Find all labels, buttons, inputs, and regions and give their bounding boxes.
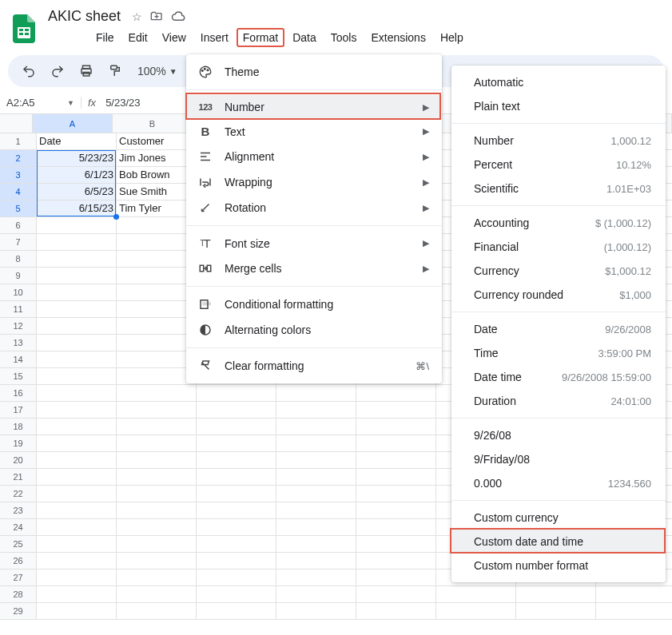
row-header-8[interactable]: 8	[0, 251, 37, 268]
undo-button[interactable]	[18, 60, 40, 82]
cell-D18[interactable]	[276, 419, 356, 435]
number-format-automatic[interactable]: Automatic	[451, 70, 666, 94]
cell-B10[interactable]	[117, 284, 197, 301]
number-format-plain-text[interactable]: Plain text	[451, 94, 666, 118]
cell-B19[interactable]	[117, 435, 197, 452]
number-format-accounting[interactable]: Accounting$ (1,000.12)	[451, 211, 666, 235]
cell-D24[interactable]	[276, 519, 356, 536]
row-header-27[interactable]: 27	[0, 570, 37, 586]
cell-E21[interactable]	[356, 469, 436, 486]
row-header-19[interactable]: 19	[0, 435, 37, 452]
number-format-custom-currency[interactable]: Custom currency	[451, 506, 666, 530]
row-header-20[interactable]: 20	[0, 452, 37, 469]
cell-E17[interactable]	[356, 402, 436, 419]
format-menu-wrapping[interactable]: Wrapping▶	[186, 169, 442, 195]
cell-B5[interactable]: Tim Tyler	[117, 200, 197, 217]
format-menu-number[interactable]: 123Number▶	[186, 95, 442, 119]
number-format-date-time[interactable]: Date time9/26/2008 15:59:00	[451, 365, 666, 389]
cell-E25[interactable]	[356, 536, 436, 553]
number-format-scientific[interactable]: Scientific1.01E+03	[451, 177, 666, 200]
cell-F29[interactable]	[436, 603, 516, 620]
name-box[interactable]: A2:A5 ▼	[0, 97, 82, 109]
document-title[interactable]: AKIC sheet	[45, 6, 124, 26]
cell-C21[interactable]	[197, 469, 276, 486]
cell-D22[interactable]	[276, 486, 356, 502]
menu-edit[interactable]: Edit	[122, 28, 154, 47]
cell-B28[interactable]	[117, 586, 197, 603]
cell-F28[interactable]	[436, 586, 516, 603]
menu-data[interactable]: Data	[286, 28, 323, 47]
menu-extensions[interactable]: Extensions	[364, 28, 431, 47]
cell-C29[interactable]	[197, 603, 276, 620]
cell-C23[interactable]	[197, 502, 276, 519]
column-header-B[interactable]: B	[113, 114, 193, 133]
cell-B20[interactable]	[117, 452, 197, 469]
cell-A18[interactable]	[37, 419, 117, 435]
sheets-logo[interactable]	[10, 14, 38, 43]
number-format-currency[interactable]: Currency$1,000.12	[451, 259, 666, 283]
format-menu-font-size[interactable]: TTFont size▶	[186, 231, 442, 256]
cell-D27[interactable]	[276, 570, 356, 586]
cell-G29[interactable]	[516, 603, 596, 620]
cell-B7[interactable]	[117, 234, 197, 251]
row-header-3[interactable]: 3	[0, 167, 37, 184]
row-header-9[interactable]: 9	[0, 268, 37, 284]
cell-A11[interactable]	[37, 301, 117, 318]
cell-D28[interactable]	[276, 586, 356, 603]
cell-B18[interactable]	[117, 419, 197, 435]
cell-A15[interactable]	[37, 368, 117, 385]
number-format-9-friday-08[interactable]: 9/Friday/08	[451, 447, 666, 471]
row-header-21[interactable]: 21	[0, 469, 37, 486]
cell-E18[interactable]	[356, 419, 436, 435]
row-header-15[interactable]: 15	[0, 368, 37, 385]
format-menu-conditional-formatting[interactable]: Conditional formatting	[186, 292, 442, 317]
cell-E22[interactable]	[356, 486, 436, 502]
cell-B12[interactable]	[117, 318, 197, 335]
cell-B27[interactable]	[117, 570, 197, 586]
number-format-time[interactable]: Time3:59:00 PM	[451, 341, 666, 365]
cell-E19[interactable]	[356, 435, 436, 452]
cell-A4[interactable]: 6/5/23	[37, 184, 117, 200]
cell-A5[interactable]: 6/15/23	[37, 200, 117, 217]
cell-A14[interactable]	[37, 351, 117, 368]
row-header-11[interactable]: 11	[0, 301, 37, 318]
number-format-currency-rounded[interactable]: Currency rounded$1,000	[451, 283, 666, 307]
cell-A6[interactable]	[37, 217, 117, 234]
formula-bar[interactable]: 5/23/23	[102, 97, 143, 109]
cell-B11[interactable]	[117, 301, 197, 318]
menu-help[interactable]: Help	[434, 28, 470, 47]
cell-B1[interactable]: Customer	[117, 133, 197, 150]
zoom-dropdown[interactable]: 100% ▼	[133, 65, 182, 77]
cell-C24[interactable]	[197, 519, 276, 536]
row-header-17[interactable]: 17	[0, 402, 37, 419]
format-menu-clear-formatting[interactable]: Clear formatting⌘\	[186, 353, 442, 379]
row-header-24[interactable]: 24	[0, 519, 37, 536]
row-header-28[interactable]: 28	[0, 586, 37, 603]
select-all-corner[interactable]	[0, 114, 33, 133]
cell-B3[interactable]: Bob Brown	[117, 167, 197, 184]
cell-D16[interactable]	[276, 385, 356, 402]
format-menu-alternating-colors[interactable]: Alternating colors	[186, 317, 442, 343]
cell-C27[interactable]	[197, 570, 276, 586]
cell-E29[interactable]	[356, 603, 436, 620]
cell-D26[interactable]	[276, 553, 356, 570]
cell-A9[interactable]	[37, 268, 117, 284]
menu-view[interactable]: View	[156, 28, 193, 47]
row-header-4[interactable]: 4	[0, 184, 37, 200]
row-header-18[interactable]: 18	[0, 419, 37, 435]
cell-C18[interactable]	[197, 419, 276, 435]
number-format-duration[interactable]: Duration24:01:00	[451, 389, 666, 413]
column-header-A[interactable]: A	[33, 114, 113, 133]
cell-B21[interactable]	[117, 469, 197, 486]
cell-D20[interactable]	[276, 452, 356, 469]
cell-E16[interactable]	[356, 385, 436, 402]
cell-A22[interactable]	[37, 486, 117, 502]
row-header-6[interactable]: 6	[0, 217, 37, 234]
cell-D23[interactable]	[276, 502, 356, 519]
cell-G28[interactable]	[516, 586, 596, 603]
cell-B22[interactable]	[117, 486, 197, 502]
cell-A29[interactable]	[37, 603, 117, 620]
cell-C20[interactable]	[197, 452, 276, 469]
number-format-custom-number-format[interactable]: Custom number format	[451, 554, 666, 577]
cell-E26[interactable]	[356, 553, 436, 570]
